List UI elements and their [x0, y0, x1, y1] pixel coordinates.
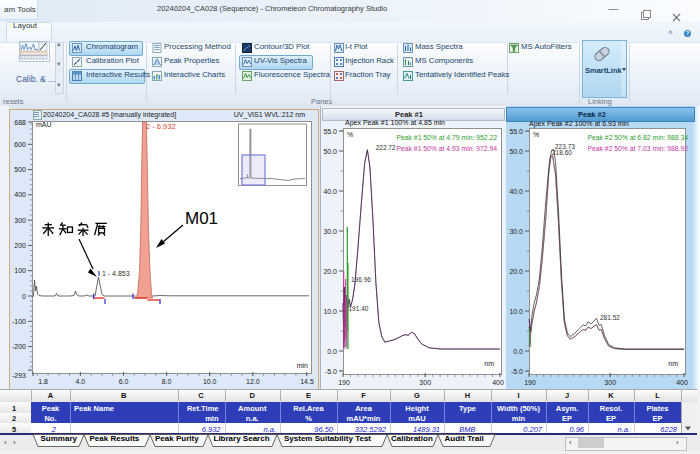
svg-text:55.0: 55.0 — [509, 128, 523, 135]
svg-text:30.0: 30.0 — [509, 228, 523, 235]
svg-text:191.40: 191.40 — [349, 305, 369, 312]
svg-text:14.5: 14.5 — [300, 378, 314, 385]
svg-text:Peak #2 50% at 7.03 min: 988.9: Peak #2 50% at 7.03 min: 988.92 — [587, 145, 688, 152]
svg-text:10.0: 10.0 — [323, 308, 337, 315]
svg-text:20.0: 20.0 — [509, 268, 523, 275]
svg-text:400: 400 — [492, 379, 504, 386]
svg-text:196.96: 196.96 — [351, 276, 371, 283]
svg-text:222.72: 222.72 — [376, 144, 396, 151]
svg-text:1 - 4.853: 1 - 4.853 — [102, 270, 130, 277]
svg-text:%: % — [533, 131, 539, 138]
svg-text:218.60: 218.60 — [552, 149, 572, 156]
svg-text:40.0: 40.0 — [509, 188, 523, 195]
svg-text:40.0: 40.0 — [323, 188, 337, 195]
svg-text:%: % — [347, 131, 353, 138]
svg-text:8.0: 8.0 — [162, 378, 172, 385]
svg-text:0: 0 — [22, 293, 26, 300]
svg-text:190: 190 — [338, 379, 350, 386]
svg-text:-200: -200 — [12, 343, 26, 350]
svg-text:12.0: 12.0 — [246, 378, 260, 385]
svg-text:190: 190 — [524, 379, 536, 386]
svg-text:nm: nm — [668, 360, 678, 367]
svg-text:688: 688 — [14, 119, 26, 126]
svg-text:Peak #2 50% at 6.82 min: 988.3: Peak #2 50% at 6.82 min: 988.34 — [587, 134, 688, 141]
svg-text:Peak #1 50% at 4.79 min: 952.2: Peak #1 50% at 4.79 min: 952.22 — [396, 134, 497, 141]
svg-text:Peak #1 50% at 4.93 min: 972.9: Peak #1 50% at 4.93 min: 972.94 — [396, 145, 497, 152]
svg-text:20.0: 20.0 — [323, 268, 337, 275]
svg-text:281.52: 281.52 — [600, 314, 620, 321]
svg-text:4.0: 4.0 — [76, 378, 86, 385]
svg-text:400: 400 — [14, 191, 26, 198]
svg-text:mAU: mAU — [36, 121, 52, 128]
svg-text:2 - 6.932: 2 - 6.932 — [146, 122, 176, 131]
svg-text:6.0: 6.0 — [119, 378, 129, 385]
svg-text:55.0: 55.0 — [323, 128, 337, 135]
svg-text:300: 300 — [604, 379, 616, 386]
svg-text:1.8: 1.8 — [38, 378, 48, 385]
svg-text:min: min — [297, 362, 308, 369]
svg-text:50.0: 50.0 — [509, 148, 523, 155]
svg-text:0.0: 0.0 — [513, 348, 523, 355]
svg-text:200: 200 — [14, 242, 26, 249]
svg-text:600: 600 — [14, 141, 26, 148]
svg-text:300: 300 — [14, 217, 26, 224]
svg-text:100: 100 — [14, 267, 26, 274]
svg-text:-100: -100 — [12, 318, 26, 325]
svg-text:M01: M01 — [185, 209, 218, 228]
svg-text:300: 300 — [419, 379, 431, 386]
svg-text:500: 500 — [14, 166, 26, 173]
svg-text:nm: nm — [484, 360, 494, 367]
svg-text:10.0: 10.0 — [203, 378, 217, 385]
svg-text:-5.0: -5.0 — [511, 368, 523, 375]
svg-text:50.0: 50.0 — [323, 148, 337, 155]
svg-text:-5.0: -5.0 — [325, 368, 337, 375]
svg-text:0.0: 0.0 — [327, 348, 337, 355]
svg-text:-293: -293 — [12, 372, 26, 379]
svg-text:30.0: 30.0 — [323, 228, 337, 235]
svg-text:10.0: 10.0 — [509, 308, 523, 315]
svg-text:400: 400 — [676, 379, 688, 386]
